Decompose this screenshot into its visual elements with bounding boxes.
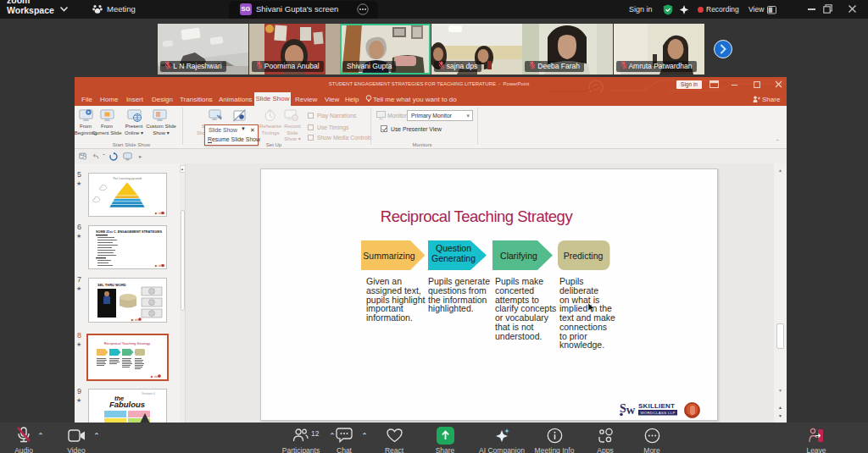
svg-text:SOME 21st C. ENGAGEMENT STRATE: SOME 21st C. ENGAGEMENT STRATEGIES [96,230,162,234]
svg-text:WORDCLASS LLP: WORDCLASS LLP [640,411,675,415]
svg-text:The Learning pyramid: The Learning pyramid [113,177,142,180]
svg-text:SKILLIENT: SKILLIENT [638,402,675,410]
svg-text:Summarizing: Summarizing [363,251,415,261]
svg-text:Clarifying: Clarifying [500,251,537,261]
svg-text:Fabulous: Fabulous [109,400,145,409]
svg-text:W: W [626,406,636,416]
svg-text:SEL THRU WORD: SEL THRU WORD [97,283,126,287]
svg-text:Strategies 4: Strategies 4 [142,392,155,395]
svg-text:Generating: Generating [431,253,476,263]
svg-text:Reciprocal Teaching Strategy: Reciprocal Teaching Strategy [104,341,151,345]
svg-text:Predicting: Predicting [564,251,604,261]
svg-text:Question: Question [436,243,471,253]
